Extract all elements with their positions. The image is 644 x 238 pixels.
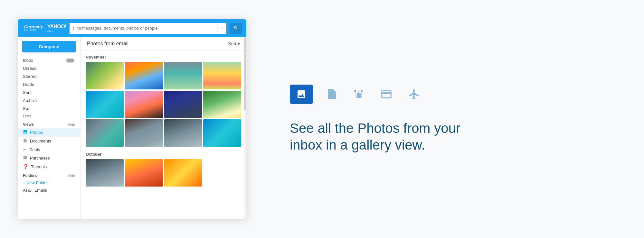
archive-label: Archive [23,98,37,103]
content-header: Photos from email Sort ▾ [80,37,246,51]
unread-label: Unread [23,66,37,71]
views-label: Views [23,122,34,127]
feature-icon-photos [290,85,313,104]
spam-label: Sp... [23,106,32,111]
nav-item-starred[interactable]: Starred [18,72,80,80]
feature-icon-doc [326,87,338,101]
photo-item[interactable] [164,119,202,147]
email-app: Currently from AT&T YAHOO! MAIL ▾ 🔍 Comp… [18,19,246,219]
photo-item[interactable] [125,91,163,118]
app-body: Compose Inbox 509 Unread Starred Drafts … [18,37,246,219]
photo-item[interactable] [125,62,163,89]
search-bar: ▾ [70,23,226,34]
views-hide-link[interactable]: Hide [68,123,75,126]
tutorials-label: Tutorials [31,164,47,169]
yahoo-logo: YAHOO! [47,24,67,30]
sent-label: Sent [23,90,32,95]
tutorials-icon: ❓ [23,164,28,169]
purchases-icon [23,155,27,161]
nav-item-sent[interactable]: Sent [18,88,80,96]
document-icon [326,87,338,101]
october-label: October [86,152,241,157]
feature-icons [290,85,618,104]
drafts-label: Drafts [23,82,34,87]
sidebar-item-documents[interactable]: Documents [18,137,80,145]
photo-item[interactable] [203,119,241,147]
views-section-header: Views Hide [18,120,80,128]
scroll-thumb[interactable] [244,38,246,110]
new-folder-item[interactable]: + New Folder [18,179,80,187]
photo-item[interactable] [125,119,163,147]
nav-item-unread[interactable]: Unread [18,64,80,72]
from-att-text: from AT&T [24,29,36,32]
deals-label: Deals [29,147,40,152]
photos-from-email-title: Photos from email [87,41,128,47]
feature-icon-purchases [379,88,393,100]
photos-label: Photos [30,130,43,135]
purchases-label: Purchases [30,156,50,160]
mail-label: MAIL [47,30,54,33]
purchases-promo-icon [379,88,393,100]
folders-hide-link[interactable]: Hide [68,174,75,178]
scissors-icon: ✂ [23,147,27,152]
nav-item-archive[interactable]: Archive [18,96,80,105]
photos-feature-box [290,85,313,104]
sidebar-item-tutorials[interactable]: ❓ Tutorials [18,162,80,171]
sort-chevron-icon: ▾ [238,41,240,46]
folders-section-header: Folders Hide [18,171,80,179]
documents-icon [23,138,27,144]
photo-item[interactable] [164,159,202,187]
starred-label: Starred [23,74,37,79]
inbox-label: Inbox [23,58,33,63]
main-content: Photos from email Sort ▾ November [80,37,246,219]
sidebar-item-photos[interactable]: Photos [18,128,80,137]
photos-icon [23,130,27,135]
app-header: Currently from AT&T YAHOO! MAIL ▾ 🔍 [18,19,246,37]
photos-container[interactable]: November [80,51,246,219]
photo-item[interactable] [86,62,124,89]
mountain-photo-icon [295,89,308,99]
photo-item[interactable] [164,91,202,118]
search-input[interactable] [70,23,217,34]
photo-item[interactable] [203,62,241,89]
currently-logo: Currently from AT&T [22,23,45,33]
chevron-down-icon[interactable]: ▾ [217,23,226,34]
photo-item[interactable] [164,62,202,89]
att-emails-item[interactable]: AT&T Emails [18,187,80,194]
promo-tagline: See all the Photos from your inbox in a … [290,120,470,154]
nav-item-drafts[interactable]: Drafts [18,80,80,88]
october-grid [86,159,241,187]
sort-label: Sort [228,41,236,46]
scissors-deals-icon [351,88,366,100]
less-button[interactable]: Less [18,113,80,120]
photo-item[interactable] [86,159,124,187]
photo-item[interactable] [203,91,241,118]
sort-button[interactable]: Sort ▾ [228,41,240,46]
documents-label: Documents [30,139,51,143]
feature-icon-plane [406,88,422,100]
november-label: November [86,55,241,60]
sidebar: Compose Inbox 509 Unread Starred Drafts … [18,37,80,219]
nav-item-inbox[interactable]: Inbox 509 [18,56,80,64]
sidebar-item-purchases[interactable]: Purchases [18,154,80,162]
inbox-badge: 509 [65,58,75,63]
photo-item[interactable] [125,159,163,187]
brand-logo: Currently from AT&T YAHOO! MAIL [22,23,66,33]
folders-label: Folders [23,173,37,178]
nav-item-spam[interactable]: Sp... [18,105,80,113]
search-button[interactable]: 🔍 [230,23,242,34]
main-content-wrapper: Photos from email Sort ▾ November [80,37,246,219]
photo-item[interactable] [86,119,124,147]
photo-item[interactable] [86,91,124,118]
left-section: Currently from AT&T YAHOO! MAIL ▾ 🔍 Comp… [0,0,264,238]
compose-button[interactable]: Compose [22,41,76,52]
sidebar-item-deals[interactable]: ✂ Deals [18,145,80,154]
airplane-icon [406,88,422,100]
november-grid [86,62,241,147]
feature-icon-scissors [351,88,366,100]
scroll-indicator [244,37,246,219]
right-section: See all the Photos from your inbox in a … [264,65,644,173]
